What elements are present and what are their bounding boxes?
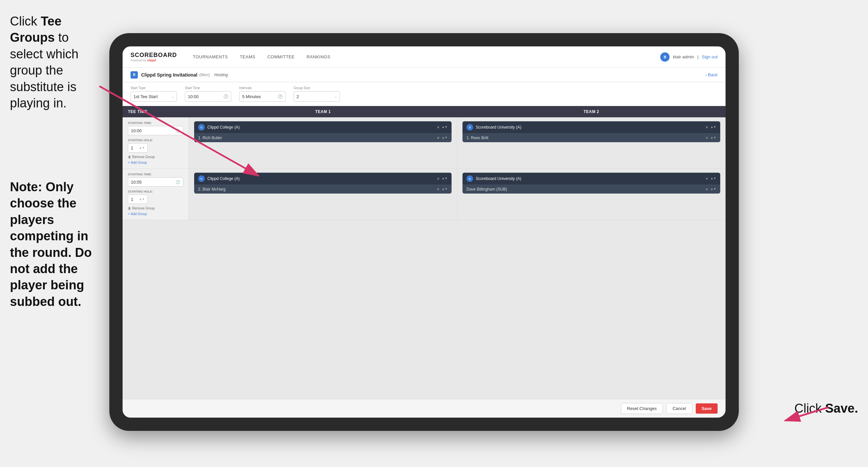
reset-changes-button[interactable]: Reset Changes (621, 403, 663, 414)
player-row-1-2: 1. Rees Britt ✕ ▲▼ (463, 133, 720, 142)
team-card-header-2-2: S Scoreboard University (A) ✕ ▲▼ (463, 173, 720, 185)
team-card-header-1-2: S Scoreboard University (A) ✕ ▲▼ (463, 121, 720, 133)
user-name: blair admin (673, 54, 694, 59)
nav-rankings[interactable]: RANKINGS (301, 47, 336, 68)
remove-group-label-2: Remove Group (132, 206, 155, 210)
player-row-2-2: Dave Billingham (SUB) ✕ ▲▼ (463, 185, 720, 194)
team-card-1-2: S Scoreboard University (A) ✕ ▲▼ 1. Rees… (463, 121, 720, 142)
note-bold: Only choose the players competing in the… (10, 180, 92, 309)
cancel-button[interactable]: Cancel (666, 403, 692, 414)
nav-teams[interactable]: TEAMS (234, 47, 261, 68)
player-name-1-2: 1. Rees Britt (466, 136, 705, 140)
remove-group-2[interactable]: 🗑 Remove Group (128, 206, 183, 210)
team-controls-1-2: ✕ ▲▼ (705, 125, 716, 129)
sort-chevrons-1-2[interactable]: ▲▼ (710, 126, 716, 128)
player-chevrons-2-1[interactable]: ▲▼ (442, 188, 447, 190)
remove-player-2-1[interactable]: ✕ (437, 187, 440, 192)
sort-chevrons-2-1[interactable]: ▲▼ (442, 177, 447, 180)
remove-team-2-2[interactable]: ✕ (705, 177, 708, 181)
logo-area: SCOREBOARD Powered by clippd (130, 52, 177, 62)
sort-chevrons-1-1[interactable]: ▲▼ (442, 126, 447, 128)
player-controls-1-2: ✕ ▲▼ (705, 136, 716, 140)
remove-player-2-2[interactable]: ✕ (705, 187, 708, 192)
save-arrow (709, 394, 841, 434)
instructions-prefix: Click (10, 14, 41, 28)
team-name-1-2: Scoreboard University (A) (476, 125, 705, 129)
nav-user: B blair admin | Sign out (660, 52, 718, 62)
logo-powered: Powered by clippd (130, 59, 177, 62)
team2-header: Team 2 (457, 106, 725, 117)
team-logo-2-2: S (466, 175, 473, 182)
player-chevrons-1-2[interactable]: ▲▼ (710, 137, 716, 139)
plus-icon-2: + (128, 212, 130, 216)
logo-scoreboard: SCOREBOARD (130, 52, 177, 59)
trash-icon-2: 🗑 (128, 206, 131, 210)
player-controls-2-2: ✕ ▲▼ (705, 187, 716, 192)
remove-team-1-1[interactable]: ✕ (437, 125, 440, 129)
svg-line-3 (785, 407, 828, 420)
team-controls-1-1: ✕ ▲▼ (437, 125, 447, 129)
back-link[interactable]: ‹ Back (705, 72, 718, 77)
remove-team-2-1[interactable]: ✕ (437, 177, 440, 181)
avatar: B (660, 52, 670, 62)
separator: | (698, 54, 699, 59)
player-controls-2-1: ✕ ▲▼ (437, 187, 447, 192)
remove-player-1-1[interactable]: ✕ (437, 136, 440, 140)
svg-line-1 (99, 86, 258, 176)
sort-chevrons-2-2[interactable]: ▲▼ (710, 177, 716, 180)
tee-groups-arrow (66, 66, 298, 199)
group-size-group: Group Size 2 ⌄ (293, 86, 340, 102)
player-controls-1-1: ✕ ▲▼ (437, 136, 447, 140)
team-controls-2-2: ✕ ▲▼ (705, 177, 716, 181)
team-card-2-2: S Scoreboard University (A) ✕ ▲▼ Dave Bi… (463, 173, 720, 194)
navbar: SCOREBOARD Powered by clippd TOURNAMENTS… (123, 47, 725, 68)
logo-brand: clippd (147, 59, 156, 62)
sign-out-link[interactable]: Sign out (702, 54, 718, 59)
remove-player-1-2[interactable]: ✕ (705, 136, 708, 140)
add-group-label-2: Add Group (131, 212, 147, 216)
chevron-icon-2: ⌄ (334, 95, 337, 98)
player-name-2-2: Dave Billingham (SUB) (466, 187, 705, 192)
player-chevrons-1-1[interactable]: ▲▼ (442, 137, 447, 139)
group-size-label: Group Size (293, 86, 340, 90)
nav-links: TOURNAMENTS TEAMS COMMITTEE RANKINGS (187, 47, 660, 68)
team-name-2-2: Scoreboard University (A) (476, 176, 705, 181)
group-2-team2-col: S Scoreboard University (A) ✕ ▲▼ Dave Bi… (457, 169, 725, 220)
note-prefix: Note: (10, 180, 46, 194)
add-group-2[interactable]: + Add Group (128, 212, 183, 216)
remove-team-1-2[interactable]: ✕ (705, 125, 708, 129)
team-controls-2-1: ✕ ▲▼ (437, 177, 447, 181)
group-1-team2-col: S Scoreboard University (A) ✕ ▲▼ 1. Rees… (457, 117, 725, 168)
footer: Reset Changes Cancel Save (123, 399, 725, 418)
nav-tournaments[interactable]: TOURNAMENTS (187, 47, 234, 68)
group-size-input[interactable]: 2 ⌄ (293, 91, 340, 102)
player-chevrons-2-2[interactable]: ▲▼ (710, 188, 716, 190)
nav-committee[interactable]: COMMITTEE (261, 47, 301, 68)
team-logo-1-2: S (466, 124, 473, 130)
